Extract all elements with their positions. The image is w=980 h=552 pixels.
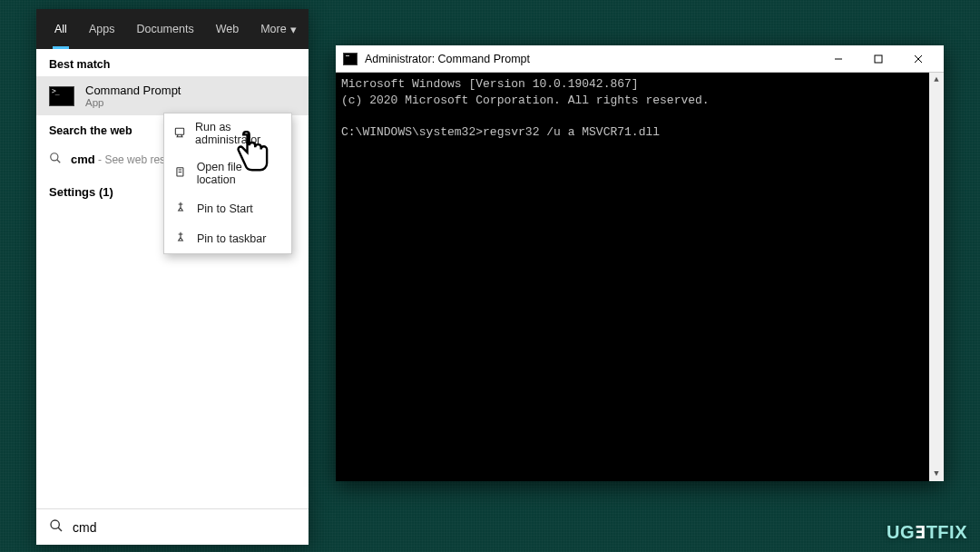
svg-point-0 [51, 153, 58, 161]
web-query: cmd [71, 153, 95, 166]
titlebar[interactable]: Administrator: Command Prompt [336, 45, 944, 73]
terminal-body[interactable]: Microsoft Windows [Version 10.0.19042.86… [336, 73, 944, 481]
chevron-down-icon: ▾ [290, 23, 297, 36]
terminal-line: Microsoft Windows [Version 10.0.19042.86… [341, 77, 639, 91]
ctx-run-as-administrator[interactable]: Run as administrator [164, 113, 291, 153]
scroll-track[interactable] [929, 87, 944, 467]
ctx-open-file-location[interactable]: Open file location [164, 153, 291, 193]
ctx-label: Open file location [197, 161, 282, 186]
ctx-pin-to-taskbar[interactable]: Pin to taskbar [164, 223, 291, 253]
minimize-button[interactable] [818, 45, 858, 73]
window-title: Administrator: Command Prompt [365, 53, 530, 65]
ctx-pin-to-start[interactable]: Pin to Start [164, 193, 291, 223]
svg-point-2 [51, 520, 59, 528]
command-prompt-window: Administrator: Command Prompt Microsoft … [336, 45, 944, 481]
svg-line-1 [57, 160, 61, 163]
pin-icon [173, 231, 188, 246]
result-subtitle: App [85, 97, 181, 108]
search-panel: All Apps Documents Web More ▾ Best match… [36, 9, 309, 545]
tab-apps[interactable]: Apps [80, 9, 124, 49]
tab-more[interactable]: More ▾ [251, 9, 305, 49]
tab-documents[interactable]: Documents [127, 9, 202, 49]
ctx-label: Pin to Start [197, 202, 253, 215]
pin-icon [173, 201, 188, 216]
svg-line-3 [58, 527, 62, 531]
command-prompt-icon [49, 86, 74, 106]
shield-icon [173, 126, 186, 142]
tab-web[interactable]: Web [207, 9, 248, 49]
svg-rect-4 [175, 128, 183, 134]
ctx-label: Pin to taskbar [197, 232, 266, 245]
result-title: Command Prompt [85, 84, 181, 97]
best-match-result[interactable]: Command Prompt App [36, 76, 309, 115]
tab-more-label: More [260, 23, 286, 35]
result-text: Command Prompt App [85, 84, 181, 108]
maximize-button[interactable] [858, 45, 898, 73]
window-buttons [818, 45, 938, 73]
scrollbar[interactable]: ▲ ▼ [929, 73, 944, 481]
scroll-up-icon[interactable]: ▲ [929, 73, 944, 87]
context-menu: Run as administrator Open file location … [163, 113, 292, 254]
best-match-header: Best match [36, 49, 309, 76]
search-box [36, 508, 309, 545]
search-input[interactable] [73, 520, 296, 535]
scroll-down-icon[interactable]: ▼ [929, 467, 944, 481]
svg-rect-7 [875, 55, 882, 63]
terminal-prompt: C:\WINDOWS\system32>regsvr32 /u a MSVCR7… [341, 125, 660, 139]
command-prompt-icon [343, 53, 358, 65]
folder-icon [173, 166, 188, 182]
search-icon [49, 152, 62, 167]
ctx-label: Run as administrator [195, 121, 282, 146]
terminal-line: (c) 2020 Microsoft Corporation. All righ… [341, 94, 710, 107]
search-icon [49, 518, 64, 536]
search-tabs: All Apps Documents Web More ▾ [36, 9, 309, 49]
tab-all[interactable]: All [45, 9, 76, 49]
close-button[interactable] [898, 45, 938, 73]
watermark: UGƎTFIX [887, 521, 967, 543]
